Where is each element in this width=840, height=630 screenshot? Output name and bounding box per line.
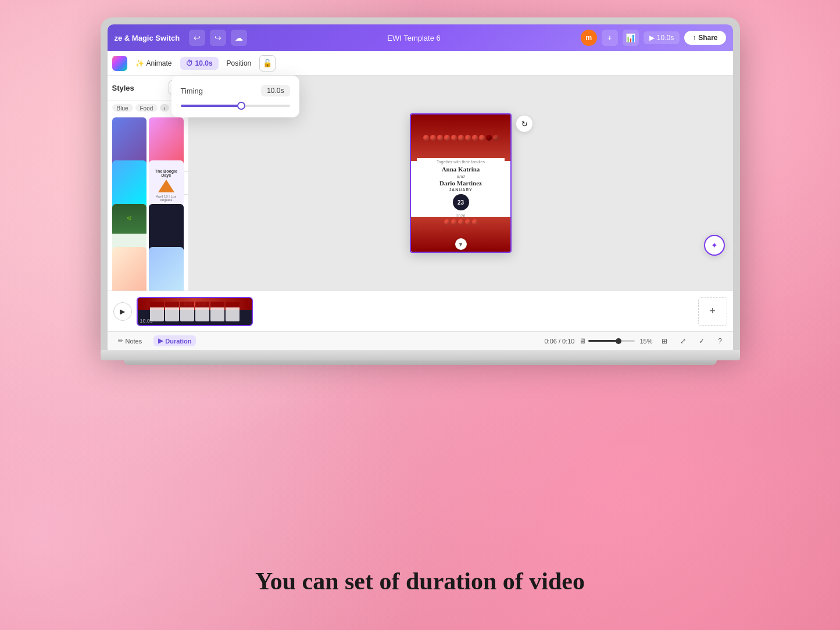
progress-fill xyxy=(588,340,616,342)
share-icon: ↑ xyxy=(692,34,696,42)
template-thumb-3[interactable] xyxy=(112,160,147,210)
template-thumb-dark[interactable] xyxy=(149,204,184,253)
position-button[interactable]: Position xyxy=(221,57,258,70)
user-avatar[interactable]: m xyxy=(581,30,597,46)
color-swatch[interactable] xyxy=(112,56,127,71)
animate-button[interactable]: ✨ Animate xyxy=(130,57,178,70)
preview-button[interactable]: ▶ 10.0s xyxy=(644,31,680,44)
tag-food[interactable]: Food xyxy=(135,104,158,112)
undo-button[interactable]: ↩ xyxy=(189,30,205,46)
play-button[interactable]: ▶ xyxy=(113,302,132,321)
notes-button[interactable]: ✏ Notes xyxy=(113,335,147,346)
couple-name2: Dario Martinez xyxy=(439,179,482,188)
canvas-content: Together with their families Anna Katrin… xyxy=(410,113,512,253)
play-icon: ▶ xyxy=(120,307,125,316)
slide-frame[interactable]: Together with their families Anna Katrin… xyxy=(410,113,512,253)
animate-icon: ✨ xyxy=(135,59,144,67)
month-text: JANUARY xyxy=(449,188,473,192)
monitor-icon: 🖥 xyxy=(579,337,586,345)
template-thumb-boogie[interactable]: The Boogie Days April 18 | Los Angeles xyxy=(149,160,184,210)
duration-label: Duration xyxy=(165,338,191,345)
timeline-track: 10.0s xyxy=(137,297,694,326)
collapse-arrow[interactable]: ▼ xyxy=(455,238,467,250)
wedding-card: Together with their families Anna Katrin… xyxy=(411,114,510,252)
progress-dot xyxy=(616,338,621,344)
sidebar-collapse-button[interactable]: › xyxy=(184,171,189,195)
lock-button[interactable]: 🔓 xyxy=(259,55,276,71)
template-thumb-7[interactable] xyxy=(112,247,147,291)
timing-label: Timing xyxy=(181,87,203,95)
template-thumb-2[interactable] xyxy=(149,117,184,167)
active-slide-thumb[interactable]: 10.0s xyxy=(137,297,253,326)
check-button[interactable]: ✓ xyxy=(695,334,709,348)
couple-name1: Anna Katrina xyxy=(442,165,480,174)
expand-button[interactable]: ⤢ xyxy=(676,334,690,348)
share-button[interactable]: ↑ Share xyxy=(684,31,725,45)
document-title: EWI Template 6 xyxy=(252,34,576,42)
status-right: 0:06 / 0:10 🖥 15% ⊞ ⤢ ✓ ? xyxy=(544,334,727,348)
laptop-screen: ze & Magic Switch ↩ ↪ ☁ EWI Template 6 m… xyxy=(108,24,733,350)
top-toolbar: ze & Magic Switch ↩ ↪ ☁ EWI Template 6 m… xyxy=(108,24,733,51)
canva-app: ze & Magic Switch ↩ ↪ ☁ EWI Template 6 m… xyxy=(108,24,733,350)
analytics-button[interactable]: 📊 xyxy=(623,30,639,46)
laptop-screen-outer: ze & Magic Switch ↩ ↪ ☁ EWI Template 6 m… xyxy=(101,17,740,350)
timing-value: 10.0s xyxy=(261,85,289,96)
slide-duration-label: 10.0s xyxy=(140,318,153,324)
template-thumb-1[interactable]: ian xyxy=(112,117,147,167)
timing-icon: ⏱ xyxy=(186,59,193,67)
sidebar-title: Styles xyxy=(112,84,134,92)
secondary-toolbar: ✨ Animate ⏱ 10.0s Position 🔓 Timing xyxy=(108,51,733,76)
slider-track xyxy=(181,105,290,107)
help-button[interactable]: ? xyxy=(713,334,727,348)
caption-text: You can set of duration of video xyxy=(255,567,585,595)
progress-bar[interactable] xyxy=(588,340,635,342)
add-slide-button[interactable]: + xyxy=(698,297,727,326)
share-label: Share xyxy=(698,34,717,42)
tag-blue[interactable]: Blue xyxy=(112,104,133,112)
and-text: and xyxy=(457,174,464,179)
notes-label: Notes xyxy=(126,338,142,345)
template-grid: ian The Boogie Days April 18 | Los Angel… xyxy=(108,115,188,291)
redo-button[interactable]: ↪ xyxy=(210,30,226,46)
laptop-container: ze & Magic Switch ↩ ↪ ☁ EWI Template 6 m… xyxy=(101,17,740,365)
duration-icon: ▶ xyxy=(158,337,163,345)
template-thumb-8[interactable] xyxy=(149,247,184,291)
timing-row: Timing 10.0s xyxy=(181,85,290,96)
zoom-percent: 15% xyxy=(639,338,652,345)
app-brand: ze & Magic Switch xyxy=(115,34,180,42)
laptop-bottom xyxy=(124,360,717,365)
wedding-text-area: Together with their families Anna Katrin… xyxy=(417,158,505,220)
roses-top xyxy=(411,114,510,161)
duration-button[interactable]: ▶ Duration xyxy=(153,335,196,346)
notes-icon: ✏ xyxy=(118,337,123,345)
magic-button[interactable]: ✦ xyxy=(704,235,725,256)
slider-thumb[interactable] xyxy=(237,102,245,110)
grid-view-button[interactable]: ⊞ xyxy=(657,334,671,348)
status-bar: ✏ Notes ▶ Duration 0:06 / 0:10 🖥 xyxy=(108,331,733,350)
date-badge: 23 xyxy=(453,194,469,210)
slider-fill xyxy=(181,105,241,107)
timing-slider[interactable] xyxy=(181,105,290,108)
magic-switch-button[interactable]: ☁ xyxy=(231,30,247,46)
add-button[interactable]: + xyxy=(602,30,618,46)
timeline-bar: ▶ 10.0 xyxy=(108,291,733,331)
template-thumb-green[interactable]: 🌿 xyxy=(112,204,147,253)
toolbar-right: m + 📊 ▶ 10.0s ↑ Share xyxy=(581,30,726,46)
time-display: 0:06 / 0:10 xyxy=(544,338,574,345)
timing-popup: Timing 10.0s xyxy=(171,76,299,117)
tag-more[interactable]: › xyxy=(160,104,169,112)
zoom-control: 🖥 15% xyxy=(579,337,652,345)
refresh-button[interactable]: ↻ xyxy=(516,116,532,132)
laptop-base xyxy=(101,350,740,360)
timing-button[interactable]: ⏱ 10.0s xyxy=(180,57,219,70)
